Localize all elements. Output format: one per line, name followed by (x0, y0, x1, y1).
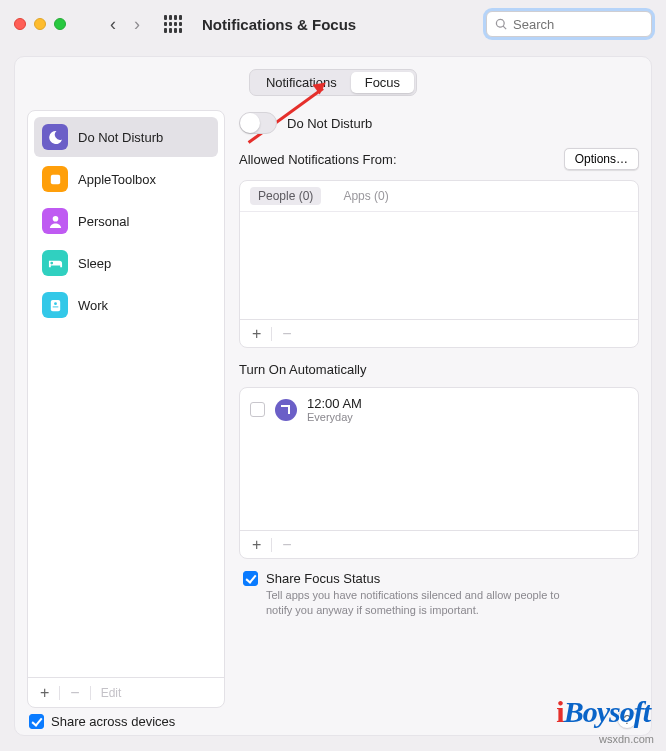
add-schedule-button[interactable]: + (248, 536, 265, 554)
allowed-notifications-list: People (0) Apps (0) + − (239, 180, 639, 348)
sidebar-item-label: AppleToolbox (78, 172, 156, 187)
watermark-url: wsxdn.com (599, 733, 654, 745)
search-icon (495, 18, 508, 31)
schedule-list: 12:00 AM Everyday + − (239, 387, 639, 559)
search-field[interactable] (486, 11, 652, 37)
share-focus-title: Share Focus Status (266, 571, 586, 586)
schedule-repeat: Everyday (307, 411, 362, 423)
sidebar-item-sleep[interactable]: Sleep (34, 243, 218, 283)
sidebar-item-personal[interactable]: Personal (34, 201, 218, 241)
bed-icon (42, 250, 68, 276)
watermark-logo: iBoysoft (556, 695, 650, 729)
divider (59, 686, 60, 700)
auto-on-label: Turn On Automatically (239, 362, 639, 377)
minimize-window-button[interactable] (34, 18, 46, 30)
apps-tab[interactable]: Apps (0) (335, 187, 396, 205)
forward-button: › (130, 14, 144, 35)
edit-focus-button: Edit (97, 686, 122, 700)
tab-segmented-control: Notifications Focus (249, 69, 417, 96)
schedule-time: 12:00 AM (307, 396, 362, 411)
people-tab[interactable]: People (0) (250, 187, 321, 205)
share-focus-checkbox[interactable] (243, 571, 258, 586)
badge-icon (42, 292, 68, 318)
add-allowed-button[interactable]: + (248, 325, 265, 343)
options-button[interactable]: Options… (564, 148, 639, 170)
svg-point-1 (52, 215, 58, 221)
add-focus-button[interactable]: + (36, 684, 53, 702)
maximize-window-button[interactable] (54, 18, 66, 30)
sidebar-item-do-not-disturb[interactable]: Do Not Disturb (34, 117, 218, 157)
all-settings-button[interactable] (164, 15, 182, 33)
back-button[interactable]: ‹ (106, 14, 120, 35)
remove-allowed-button: − (278, 325, 295, 343)
remove-schedule-button: − (278, 536, 295, 554)
dnd-toggle-label: Do Not Disturb (287, 116, 372, 131)
person-icon (42, 208, 68, 234)
svg-rect-4 (52, 306, 58, 307)
search-input[interactable] (513, 17, 666, 32)
remove-focus-button: − (66, 684, 83, 702)
dnd-toggle[interactable] (239, 112, 277, 134)
sidebar-item-label: Work (78, 298, 108, 313)
square-icon (42, 166, 68, 192)
schedule-row[interactable]: 12:00 AM Everyday (240, 388, 638, 431)
share-focus-description: Tell apps you have notifications silence… (266, 588, 586, 618)
share-devices-checkbox[interactable] (29, 714, 44, 729)
svg-point-3 (54, 302, 57, 305)
divider (90, 686, 91, 700)
sidebar-item-label: Do Not Disturb (78, 130, 163, 145)
sidebar-item-work[interactable]: Work (34, 285, 218, 325)
focus-list: Do Not Disturb AppleToolbox Personal (27, 110, 225, 708)
moon-icon (42, 124, 68, 150)
sidebar-item-label: Personal (78, 214, 129, 229)
window-title: Notifications & Focus (202, 16, 356, 33)
schedule-checkbox[interactable] (250, 402, 265, 417)
sidebar-item-appletoolbox[interactable]: AppleToolbox (34, 159, 218, 199)
share-devices-label: Share across devices (51, 714, 175, 729)
svg-rect-0 (50, 174, 59, 183)
tab-notifications[interactable]: Notifications (252, 72, 351, 93)
svg-rect-2 (50, 299, 59, 310)
allowed-notifications-label: Allowed Notifications From: (239, 152, 397, 167)
clock-icon (275, 399, 297, 421)
close-window-button[interactable] (14, 18, 26, 30)
tab-focus[interactable]: Focus (351, 72, 414, 93)
sidebar-item-label: Sleep (78, 256, 111, 271)
